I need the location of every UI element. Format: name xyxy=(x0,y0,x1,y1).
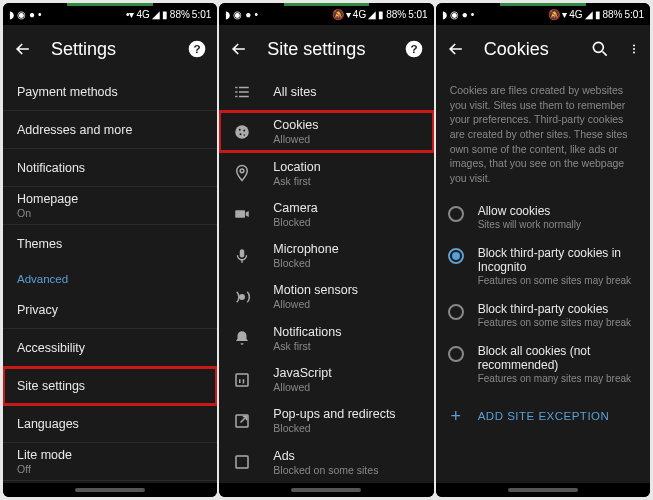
header: Settings ? xyxy=(3,25,217,73)
moon-icon: ◗ xyxy=(9,9,14,20)
all-sites-row[interactable]: All sites xyxy=(219,73,433,111)
site-settings-row[interactable]: Site settings xyxy=(3,367,217,405)
svg-point-18 xyxy=(240,295,245,300)
overflow-icon[interactable] xyxy=(628,39,640,59)
location-row[interactable]: LocationAsk first xyxy=(219,152,433,193)
site-settings-screen: ◗ ◉ ● • 🔕 ▾ 4G ◢ ▮ 88% 5:01 Site setting… xyxy=(219,3,433,497)
svg-point-25 xyxy=(633,52,635,54)
ads-row[interactable]: AdsBlocked on some sites xyxy=(219,442,433,483)
svg-point-13 xyxy=(240,133,242,135)
addresses-row[interactable]: Addresses and more xyxy=(3,111,217,149)
microphone-row[interactable]: MicrophoneBlocked xyxy=(219,235,433,276)
chat-icon: ● xyxy=(462,9,468,20)
svg-rect-5 xyxy=(239,87,249,89)
svg-point-23 xyxy=(633,45,635,47)
svg-point-24 xyxy=(633,48,635,50)
nav-bar xyxy=(219,483,433,497)
bell-icon xyxy=(233,329,251,347)
nav-bar xyxy=(3,483,217,497)
homepage-row[interactable]: HomepageOn xyxy=(3,187,217,225)
sync-icon: ◉ xyxy=(17,9,26,20)
notifications-row[interactable]: Notifications xyxy=(3,149,217,187)
signal-label: 4G xyxy=(353,9,366,20)
nav-pill[interactable] xyxy=(508,488,578,492)
site-settings-list: All sites CookiesAllowed LocationAsk fir… xyxy=(219,73,433,483)
dot-icon: • xyxy=(471,9,475,20)
svg-text:?: ? xyxy=(410,42,417,55)
advanced-section[interactable]: Advanced xyxy=(3,263,217,291)
chat-icon: ● xyxy=(29,9,35,20)
payment-methods-row[interactable]: Payment methods xyxy=(3,73,217,111)
svg-point-12 xyxy=(244,129,246,131)
back-icon[interactable] xyxy=(446,39,466,59)
nav-pill[interactable] xyxy=(291,488,361,492)
clock: 5:01 xyxy=(408,9,427,20)
mic-icon xyxy=(233,247,251,265)
camera-icon xyxy=(233,205,251,223)
battery-icon: ▮ xyxy=(595,9,601,20)
themes-row[interactable]: Themes xyxy=(3,225,217,263)
settings-screen: ◗ ◉ ● • •▾ 4G ◢ ▮ 88% 5:01 Settings ? Pa… xyxy=(3,3,217,497)
option-block-all[interactable]: Block all cookies (not recommended)Featu… xyxy=(436,336,650,392)
languages-row[interactable]: Languages xyxy=(3,405,217,443)
svg-point-22 xyxy=(593,42,603,52)
list-icon xyxy=(233,83,251,101)
javascript-row[interactable]: JavaScriptAllowed xyxy=(219,359,433,400)
location-icon xyxy=(233,164,251,182)
svg-rect-17 xyxy=(240,249,245,257)
page-title: Cookies xyxy=(484,39,572,60)
camera-row[interactable]: CameraBlocked xyxy=(219,194,433,235)
svg-text:?: ? xyxy=(194,42,201,55)
moon-icon: ◗ xyxy=(225,9,230,20)
radio-icon xyxy=(448,248,464,264)
svg-rect-8 xyxy=(236,96,238,98)
option-allow-cookies[interactable]: Allow cookiesSites will work normally xyxy=(436,196,650,238)
page-title: Site settings xyxy=(267,39,385,60)
back-icon[interactable] xyxy=(13,39,33,59)
radio-icon xyxy=(448,304,464,320)
svg-rect-19 xyxy=(236,374,248,386)
popup-icon xyxy=(233,412,251,430)
popups-row[interactable]: Pop-ups and redirectsBlocked xyxy=(219,400,433,441)
back-icon[interactable] xyxy=(229,39,249,59)
nav-bar xyxy=(436,483,650,497)
status-bar: ◗ ◉ ● • •▾ 4G ◢ ▮ 88% 5:01 xyxy=(3,3,217,25)
add-site-exception[interactable]: + ADD SITE EXCEPTION xyxy=(436,392,650,441)
settings-list: Payment methods Addresses and more Notif… xyxy=(3,73,217,483)
wifi-icon: ▾ xyxy=(562,9,567,20)
clock: 5:01 xyxy=(625,9,644,20)
signal-label: 4G xyxy=(569,9,582,20)
status-bar: ◗ ◉ ● • 🔕 ▾ 4G ◢ ▮ 88% 5:01 xyxy=(219,3,433,25)
header: Cookies xyxy=(436,25,650,73)
cookies-content: Cookies are files created by websites yo… xyxy=(436,73,650,483)
header: Site settings ? xyxy=(219,25,433,73)
svg-rect-7 xyxy=(239,91,249,93)
svg-rect-16 xyxy=(236,211,246,219)
signal-icon: ◢ xyxy=(585,9,593,20)
js-icon xyxy=(233,371,251,389)
svg-point-14 xyxy=(244,134,246,136)
option-block-third-party[interactable]: Block third-party cookiesFeatures on som… xyxy=(436,294,650,336)
help-icon[interactable]: ? xyxy=(404,39,424,59)
battery-icon: ▮ xyxy=(378,9,384,20)
cookies-row[interactable]: CookiesAllowed xyxy=(219,111,433,152)
accessibility-row[interactable]: Accessibility xyxy=(3,329,217,367)
chat-icon: ● xyxy=(245,9,251,20)
privacy-row[interactable]: Privacy xyxy=(3,291,217,329)
cookie-icon xyxy=(233,123,251,141)
motion-row[interactable]: Motion sensorsAllowed xyxy=(219,276,433,317)
notifications-row[interactable]: NotificationsAsk first xyxy=(219,318,433,359)
clock: 5:01 xyxy=(192,9,211,20)
wifi-icon: •▾ xyxy=(126,9,135,20)
lite-mode-row[interactable]: Lite modeOff xyxy=(3,443,217,481)
cookies-description: Cookies are files created by websites yo… xyxy=(436,73,650,196)
radio-icon xyxy=(448,206,464,222)
option-block-incognito[interactable]: Block third-party cookies in IncognitoFe… xyxy=(436,238,650,294)
search-icon[interactable] xyxy=(590,39,610,59)
status-bar: ◗ ◉ ● • 🔕 ▾ 4G ◢ ▮ 88% 5:01 xyxy=(436,3,650,25)
help-icon[interactable]: ? xyxy=(187,39,207,59)
svg-point-11 xyxy=(239,128,241,130)
battery-pct: 88% xyxy=(386,9,406,20)
nav-pill[interactable] xyxy=(75,488,145,492)
wifi-icon: ▾ xyxy=(346,9,351,20)
